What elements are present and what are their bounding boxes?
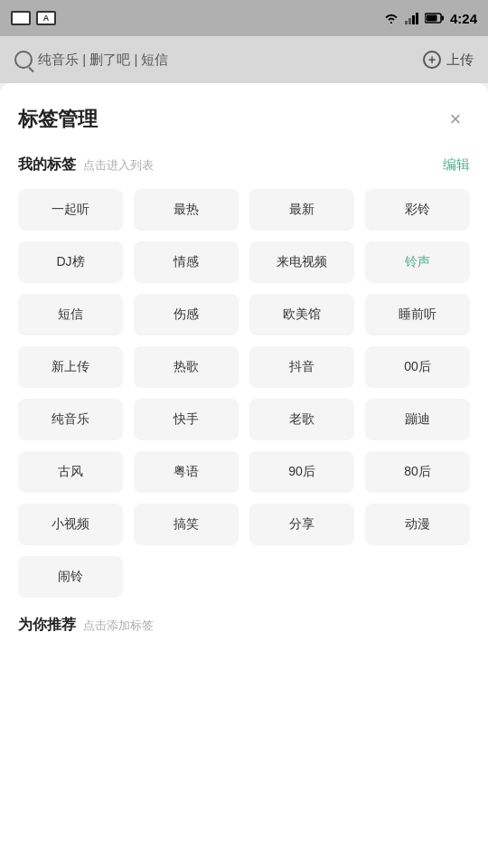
battery-icon — [425, 13, 445, 24]
tag-item-t18[interactable]: 快手 — [134, 399, 239, 440]
svg-rect-0 — [405, 21, 408, 24]
recommend-section: 为你推荐 点击添加标签 — [18, 616, 470, 635]
my-tags-header: 我的标签 点击进入列表 编辑 — [18, 156, 470, 175]
svg-rect-1 — [408, 18, 411, 24]
tag-item-t5[interactable]: DJ榜 — [18, 241, 123, 283]
recommend-title: 为你推荐 — [18, 616, 76, 635]
text-icon: A — [36, 11, 56, 25]
tag-item-t23[interactable]: 90后 — [249, 451, 354, 493]
svg-rect-5 — [441, 16, 444, 21]
close-button[interactable]: × — [441, 105, 470, 134]
tag-item-t8[interactable]: 铃声 — [365, 241, 470, 283]
search-left: 纯音乐 | 删了吧 | 短信 — [14, 51, 168, 69]
signal-icon — [405, 12, 419, 24]
tag-item-t20[interactable]: 蹦迪 — [365, 399, 470, 440]
tag-management-modal: 标签管理 × 我的标签 点击进入列表 编辑 一起听最热最新彩铃DJ榜情感来电视频… — [0, 83, 488, 868]
search-text: 纯音乐 | 删了吧 | 短信 — [38, 52, 168, 69]
recommend-header: 为你推荐 点击添加标签 — [18, 616, 470, 635]
status-bar: A 4:24 — [0, 0, 488, 36]
time-display: 4:24 — [450, 11, 477, 26]
tag-item-t25[interactable]: 小视频 — [18, 504, 123, 545]
tag-item-t17[interactable]: 纯音乐 — [18, 399, 123, 440]
my-tags-title: 我的标签 — [18, 156, 76, 175]
tag-item-t22[interactable]: 粤语 — [134, 451, 239, 493]
tag-item-t10[interactable]: 伤感 — [134, 294, 239, 335]
svg-rect-3 — [416, 13, 418, 24]
my-tags-title-group: 我的标签 点击进入列表 — [18, 156, 154, 175]
tag-item-t29[interactable]: 闹铃 — [18, 556, 123, 598]
search-bar: 纯音乐 | 删了吧 | 短信 + 上传 — [0, 36, 488, 83]
tag-item-t1[interactable]: 一起听 — [18, 189, 123, 231]
recommend-subtitle: 点击添加标签 — [83, 618, 154, 634]
tag-item-t11[interactable]: 欧美馆 — [249, 294, 354, 335]
tag-item-t2[interactable]: 最热 — [134, 189, 239, 231]
tag-item-t3[interactable]: 最新 — [249, 189, 354, 231]
tag-item-t26[interactable]: 搞笑 — [134, 504, 239, 545]
search-icon — [14, 51, 33, 69]
my-tags-subtitle: 点击进入列表 — [83, 157, 154, 174]
tag-item-t4[interactable]: 彩铃 — [365, 189, 470, 231]
screen-icon — [11, 11, 31, 25]
edit-button[interactable]: 编辑 — [443, 156, 470, 174]
upload-label: 上传 — [446, 52, 474, 69]
tag-item-t6[interactable]: 情感 — [134, 241, 239, 283]
tag-item-t12[interactable]: 睡前听 — [365, 294, 470, 335]
tag-item-t21[interactable]: 古风 — [18, 451, 123, 493]
tag-item-t9[interactable]: 短信 — [18, 294, 123, 335]
close-icon: × — [450, 109, 462, 129]
svg-rect-6 — [426, 15, 436, 22]
tags-grid: 一起听最热最新彩铃DJ榜情感来电视频铃声短信伤感欧美馆睡前听新上传热歌抖音00后… — [18, 189, 470, 598]
svg-rect-2 — [412, 15, 415, 24]
modal-header: 标签管理 × — [18, 105, 470, 134]
status-right: 4:24 — [383, 11, 477, 26]
tag-item-t16[interactable]: 00后 — [365, 346, 470, 388]
tag-item-t13[interactable]: 新上传 — [18, 346, 123, 388]
tag-item-t15[interactable]: 抖音 — [249, 346, 354, 388]
tag-item-t14[interactable]: 热歌 — [134, 346, 239, 388]
modal-title: 标签管理 — [18, 106, 98, 133]
tag-item-t27[interactable]: 分享 — [249, 504, 354, 545]
wifi-icon — [383, 12, 399, 24]
tag-item-t7[interactable]: 来电视频 — [249, 241, 354, 283]
tag-item-t19[interactable]: 老歌 — [249, 399, 354, 440]
upload-area[interactable]: + 上传 — [423, 51, 474, 69]
upload-icon: + — [423, 51, 441, 69]
status-left: A — [11, 11, 56, 25]
tag-item-t28[interactable]: 动漫 — [365, 504, 470, 545]
tag-item-t24[interactable]: 80后 — [365, 451, 470, 493]
